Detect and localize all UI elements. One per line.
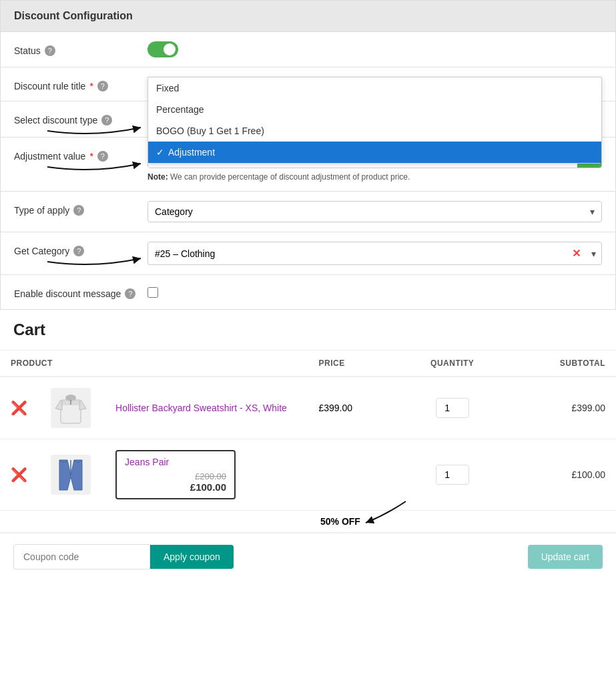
table-row: ❌ Jeans Pair: [0, 439, 616, 511]
enable-discount-control: [147, 284, 602, 300]
cart-footer: Apply coupon Update cart: [0, 532, 616, 580]
price-cell-1: £399.00: [308, 377, 398, 439]
status-toggle[interactable]: [147, 41, 178, 57]
sweatshirt-icon: [54, 390, 87, 427]
dropdown-option-fixed[interactable]: Fixed: [148, 77, 601, 99]
category-clear-button[interactable]: ✕: [567, 242, 586, 264]
category-help-icon[interactable]: ?: [73, 246, 84, 256]
remove-item-2-button[interactable]: ❌: [11, 467, 27, 482]
select-type-label: Select discount type ?: [14, 111, 147, 126]
jeans-highlight-box: Jeans Pair £200.00 £100.00: [115, 450, 236, 499]
type-select-wrap: Category ▾: [147, 201, 602, 222]
cart-table: PRODUCT PRICE QUANTITY SUBTOTAL ❌: [0, 351, 616, 511]
product-name-2[interactable]: Jeans Pair: [125, 457, 169, 467]
discount-header: Discount Configuration: [1, 1, 615, 32]
enable-discount-row: Enable discount message ?: [1, 275, 615, 309]
type-help-icon[interactable]: ?: [73, 205, 84, 216]
col-price: PRICE: [308, 351, 398, 377]
adjustment-value-label: Adjustment value * ?: [14, 147, 147, 162]
cart-header: Cart: [0, 310, 616, 351]
item-price-1: £399.00: [318, 403, 352, 413]
get-category-control: #25 – Clothing ✕ ▾: [147, 242, 602, 265]
subtotal-cell-2: £100.00: [506, 439, 616, 511]
image-cell-1: [40, 377, 105, 439]
col-product: PRODUCT: [0, 351, 308, 377]
original-price-2: £200.00: [195, 471, 226, 481]
jeans-icon: [54, 457, 87, 493]
select-type-help-icon[interactable]: ?: [101, 115, 112, 126]
status-label: Status ?: [14, 41, 147, 56]
adj-required: *: [89, 151, 93, 162]
remove-cell-1: ❌: [0, 377, 40, 439]
cart-title: Cart: [13, 320, 603, 339]
product-image-1: [51, 388, 91, 428]
table-row: ❌ Hol: [0, 377, 616, 439]
cart-table-body: ❌ Hol: [0, 377, 616, 511]
remove-item-1-button[interactable]: ❌: [11, 401, 27, 415]
enable-discount-label: Enable discount message ?: [14, 284, 147, 299]
discount-configuration-section: Discount Configuration Status ? Discount…: [0, 0, 616, 310]
type-of-apply-control: Category ▾: [147, 201, 602, 222]
dropdown-option-bogo[interactable]: BOGO (Buy 1 Get 1 Free): [148, 120, 601, 142]
discount-msg-help-icon[interactable]: ?: [125, 288, 135, 299]
quantity-input-2[interactable]: [436, 465, 469, 485]
cart-table-head: PRODUCT PRICE QUANTITY SUBTOTAL: [0, 351, 616, 377]
category-dropdown-arrow-icon[interactable]: ▾: [586, 244, 601, 264]
adj-help-icon[interactable]: ?: [97, 151, 108, 162]
cart-section: Cart PRODUCT PRICE QUANTITY SUBTOTAL ❌: [0, 310, 616, 580]
required-marker: *: [89, 81, 93, 91]
discount-title: Discount Configuration: [14, 10, 602, 22]
quantity-input-1[interactable]: [436, 398, 469, 418]
dropdown-menu: Fixed Percentage BOGO (Buy 1 Get 1 Free)…: [147, 77, 602, 164]
check-icon: ✓: [156, 147, 164, 158]
name-price-cell-2: Jeans Pair £200.00 £100.00: [105, 439, 308, 511]
price-cell-2: [308, 439, 398, 511]
get-category-row: Get Category ? #25 – Clothing ✕ ▾: [1, 232, 615, 275]
rule-title-help-icon[interactable]: ?: [97, 81, 108, 91]
product-image-2: [51, 455, 91, 495]
col-quantity: QUANTITY: [399, 351, 506, 377]
type-of-apply-row: Type of apply ? Category ▾: [1, 192, 615, 232]
update-cart-button[interactable]: Update cart: [528, 545, 603, 569]
status-help-icon[interactable]: ?: [45, 45, 55, 56]
dropdown-option-percentage[interactable]: Percentage: [148, 99, 601, 120]
rule-title-label: Discount rule title * ?: [14, 77, 147, 91]
dropdown-option-adjustment[interactable]: ✓Adjustment: [148, 142, 601, 163]
coupon-code-input[interactable]: [13, 544, 150, 570]
col-subtotal: SUBTOTAL: [506, 351, 616, 377]
discounted-price-2: £100.00: [190, 481, 226, 493]
get-category-label: Get Category ?: [14, 242, 147, 256]
enable-discount-checkbox[interactable]: [147, 287, 158, 298]
rule-title-row: Discount rule title * ? Fixed Percentage…: [1, 67, 615, 101]
remove-cell-2: ❌: [0, 439, 40, 511]
fifty-off-label: 50% OFF: [320, 516, 360, 527]
subtotal-cell-1: £399.00: [506, 377, 616, 439]
product-name-1[interactable]: Hollister Backyard Sweatshirt - XS, Whit…: [115, 403, 287, 413]
type-of-apply-select[interactable]: Category: [148, 202, 601, 222]
fifty-off-label-row: 50% OFF: [0, 511, 616, 532]
category-select[interactable]: #25 – Clothing: [148, 244, 567, 264]
qty-cell-1: [399, 377, 506, 439]
apply-coupon-button[interactable]: Apply coupon: [150, 545, 234, 569]
image-cell-2: [40, 439, 105, 511]
status-row: Status ?: [1, 32, 615, 67]
name-cell-1: Hollister Backyard Sweatshirt - XS, Whit…: [105, 377, 308, 439]
status-control: [147, 41, 602, 57]
adjustment-note: Note: We can provide percentage of disco…: [147, 172, 602, 182]
qty-cell-2: [399, 439, 506, 511]
category-select-clear-wrap: #25 – Clothing ✕ ▾: [147, 242, 602, 265]
type-of-apply-label: Type of apply ?: [14, 201, 147, 216]
